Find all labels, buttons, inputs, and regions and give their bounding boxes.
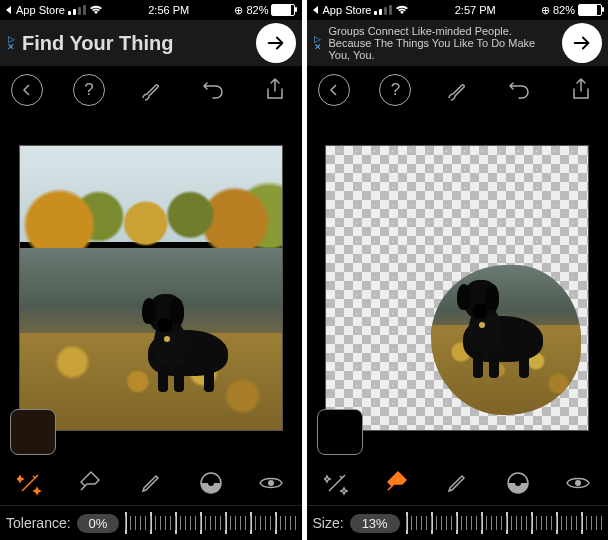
cutout-region	[431, 265, 581, 415]
wifi-icon	[89, 4, 103, 17]
svg-point-4	[515, 480, 521, 486]
slider-row: Size: 13%	[307, 505, 609, 540]
canvas-area[interactable]	[307, 114, 609, 461]
mask-circle-tool[interactable]	[194, 466, 228, 500]
help-button[interactable]: ?	[378, 73, 412, 107]
dog-subject	[455, 274, 555, 384]
ad-banner[interactable]: ▷✕ Groups Connect Like-minded People. Be…	[307, 20, 609, 66]
magic-wand-tool[interactable]	[13, 466, 47, 500]
canvas-area[interactable]	[0, 114, 302, 461]
slider-label: Size:	[313, 515, 344, 531]
dog-subject	[140, 288, 240, 398]
battery-icon	[578, 4, 602, 16]
back-caret-icon[interactable]	[6, 6, 11, 14]
pen-tool[interactable]	[134, 466, 168, 500]
image-original[interactable]	[19, 145, 283, 431]
pen-tool[interactable]	[440, 466, 474, 500]
back-caret-icon[interactable]	[313, 6, 318, 14]
ad-arrow-button[interactable]	[562, 23, 602, 63]
status-time: 2:56 PM	[148, 4, 189, 16]
back-button[interactable]	[317, 73, 351, 107]
ad-text: Groups Connect Like-minded People. Becau…	[329, 25, 557, 61]
help-button[interactable]: ?	[72, 73, 106, 107]
back-button[interactable]	[10, 73, 44, 107]
eraser-tool[interactable]	[73, 466, 107, 500]
undo-button[interactable]	[196, 73, 230, 107]
slider-value[interactable]: 13%	[350, 514, 400, 533]
slider-ticks[interactable]	[406, 512, 602, 534]
battery-pct: 82%	[553, 4, 575, 16]
adchoices-icon[interactable]: ▷✕	[313, 35, 323, 51]
wifi-icon	[395, 4, 409, 17]
eye-tool[interactable]	[254, 466, 288, 500]
cell-signal-icon	[68, 5, 86, 15]
ad-banner[interactable]: ▷✕ Find Your Thing	[0, 20, 302, 66]
back-to-app-label[interactable]: App Store	[16, 4, 65, 16]
cell-signal-icon	[374, 5, 392, 15]
status-bar: App Store 2:57 PM ⊕ 82%	[307, 0, 609, 20]
status-bar: App Store 2:56 PM ⊕ 82%	[0, 0, 302, 20]
ad-text: Find Your Thing	[22, 32, 250, 54]
color-swatch[interactable]	[10, 409, 56, 455]
color-swatch[interactable]	[317, 409, 363, 455]
undo-button[interactable]	[502, 73, 536, 107]
ad-arrow-button[interactable]	[256, 23, 296, 63]
battery-icon	[271, 4, 295, 16]
top-toolbar: ?	[307, 66, 609, 114]
top-toolbar: ?	[0, 66, 302, 114]
slider-ticks[interactable]	[125, 512, 295, 534]
bottom-tools	[307, 461, 609, 505]
orientation-lock-icon: ⊕	[541, 4, 550, 17]
orientation-lock-icon: ⊕	[234, 4, 243, 17]
adchoices-icon[interactable]: ▷✕	[6, 35, 16, 51]
image-cutout[interactable]	[325, 145, 589, 431]
slider-label: Tolerance:	[6, 515, 71, 531]
eraser-tool[interactable]	[380, 466, 414, 500]
share-button[interactable]	[258, 73, 292, 107]
back-to-app-label[interactable]: App Store	[323, 4, 372, 16]
eye-tool[interactable]	[561, 466, 595, 500]
bottom-tools	[0, 461, 302, 505]
svg-point-1	[208, 480, 214, 486]
share-button[interactable]	[564, 73, 598, 107]
svg-point-5	[575, 480, 581, 486]
battery-pct: 82%	[246, 4, 268, 16]
phone-left: App Store 2:56 PM ⊕ 82% ▷✕ Find Your Thi…	[0, 0, 302, 540]
magic-wand-tool[interactable]	[320, 466, 354, 500]
phone-right: App Store 2:57 PM ⊕ 82% ▷✕ Groups Connec…	[307, 0, 609, 540]
brush-button[interactable]	[440, 73, 474, 107]
mask-circle-tool[interactable]	[501, 466, 535, 500]
svg-point-2	[268, 480, 274, 486]
brush-button[interactable]	[134, 73, 168, 107]
slider-value[interactable]: 0%	[77, 514, 120, 533]
slider-row: Tolerance: 0%	[0, 505, 302, 540]
status-time: 2:57 PM	[455, 4, 496, 16]
